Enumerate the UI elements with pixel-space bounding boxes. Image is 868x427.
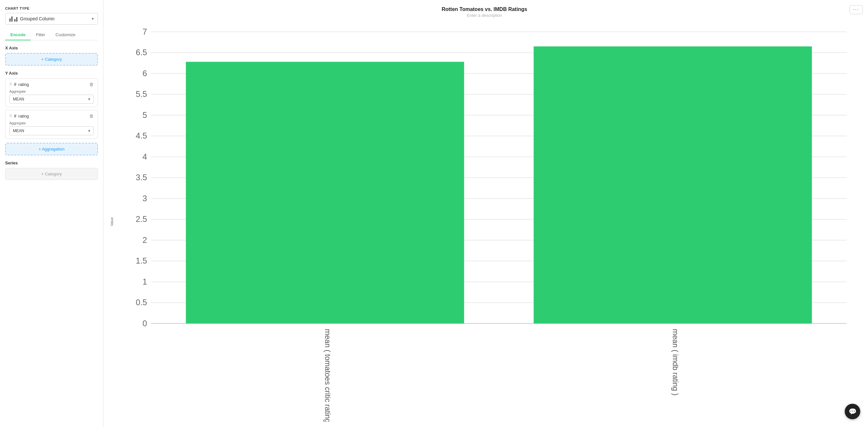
chart-inner: 00.511.522.533.544.555.566.57 mean ( tom…	[114, 22, 860, 422]
right-panel: Rotten Tomatoes vs. IMDB Ratings Enter a…	[103, 0, 868, 427]
delete-field-1-icon[interactable]: 🗑	[89, 82, 94, 87]
aggregate-2-chevron-icon: ▾	[88, 129, 90, 133]
svg-text:0: 0	[143, 319, 147, 328]
chat-button[interactable]: 💬	[845, 404, 860, 419]
chart-type-section: CHART TYPE Grouped Column ▾	[5, 6, 98, 25]
x-axis-label: X Axis	[5, 45, 98, 51]
svg-text:1.5: 1.5	[136, 256, 147, 265]
tab-filter[interactable]: Filter	[31, 30, 51, 40]
series-add-category-button[interactable]: + Category	[5, 168, 98, 180]
chart-header: Rotten Tomatoes vs. IMDB Ratings Enter a…	[108, 6, 860, 18]
chart-title: Rotten Tomatoes vs. IMDB Ratings	[108, 6, 860, 12]
field-2-header: ⠿ # rating 🗑	[9, 113, 94, 119]
aggregate-2-dropdown[interactable]: MEAN ▾	[9, 126, 94, 135]
aggregate-1-chevron-icon: ▾	[88, 97, 90, 101]
y-axis-label: Y Axis	[5, 71, 98, 75]
tab-encode[interactable]: Encode	[5, 30, 31, 40]
svg-text:1: 1	[143, 277, 147, 286]
svg-text:3.5: 3.5	[136, 173, 147, 182]
chevron-down-icon: ▾	[92, 17, 94, 21]
chart-plot-area: 00.511.522.533.544.555.566.57 mean ( tom…	[114, 22, 860, 422]
chat-icon: 💬	[848, 407, 857, 415]
hash-2-icon: #	[14, 113, 17, 119]
drag-handle-2-icon[interactable]: ⠿	[9, 114, 12, 118]
svg-text:2.5: 2.5	[136, 215, 147, 224]
series-section: Series + Category	[5, 161, 98, 180]
y-axis-value-label: Value	[108, 22, 114, 422]
left-panel: CHART TYPE Grouped Column ▾ Encode Filte…	[0, 0, 103, 427]
tab-customize[interactable]: Customize	[51, 30, 81, 40]
svg-rect-31	[186, 62, 464, 323]
field-1-name: rating	[19, 82, 29, 87]
x-axis-add-category-button[interactable]: + Category	[5, 53, 98, 66]
svg-text:6.5: 6.5	[136, 48, 147, 57]
svg-text:mean ( imdb rating ): mean ( imdb rating )	[671, 329, 680, 396]
hash-icon: #	[14, 82, 17, 87]
chart-description[interactable]: Enter a description	[108, 13, 860, 18]
svg-rect-32	[533, 46, 812, 324]
svg-text:6: 6	[143, 69, 147, 78]
field-1-info: ⠿ # rating	[9, 82, 29, 87]
aggregate-1-dropdown[interactable]: MEAN ▾	[9, 95, 94, 104]
chart-type-label: CHART TYPE	[5, 6, 98, 10]
svg-text:0.5: 0.5	[136, 298, 147, 307]
svg-text:5: 5	[143, 110, 147, 120]
series-label: Series	[5, 161, 98, 165]
delete-field-2-icon[interactable]: 🗑	[89, 113, 94, 119]
aggregate-1-label: Aggregate	[9, 90, 94, 93]
chart-type-dropdown[interactable]: Grouped Column ▾	[5, 13, 98, 25]
add-aggregation-button[interactable]: + Aggregation	[5, 143, 98, 155]
y-axis-field-2: ⠿ # rating 🗑 Aggregate MEAN ▾	[5, 110, 98, 139]
x-axis-section: X Axis + Category	[5, 45, 98, 66]
chart-svg: 00.511.522.533.544.555.566.57 mean ( tom…	[114, 22, 860, 422]
aggregate-1-value: MEAN	[13, 97, 24, 101]
svg-text:5.5: 5.5	[136, 90, 147, 99]
chart-options-button[interactable]: ···	[849, 5, 863, 14]
svg-text:4.5: 4.5	[136, 131, 147, 140]
drag-handle-icon[interactable]: ⠿	[9, 83, 12, 87]
svg-text:2: 2	[143, 235, 147, 244]
chart-type-value: Grouped Column	[20, 16, 55, 21]
field-2-name: rating	[19, 114, 29, 119]
svg-text:7: 7	[143, 27, 147, 36]
svg-text:3: 3	[143, 194, 147, 203]
chart-wrapper: Value 00.511.522.533.544.555.566.57 mean…	[108, 19, 860, 422]
svg-text:mean ( tomatoes critic rating : mean ( tomatoes critic rating )	[323, 329, 332, 422]
field-2-info: ⠿ # rating	[9, 113, 29, 119]
aggregate-2-label: Aggregate	[9, 121, 94, 125]
grouped-column-icon	[9, 16, 18, 22]
aggregate-2-value: MEAN	[13, 129, 24, 133]
chart-type-selected: Grouped Column	[9, 16, 55, 22]
y-axis-section: Y Axis ⠿ # rating 🗑 Aggregate MEAN ▾ ⠿	[5, 71, 98, 155]
encode-filter-customize-tabs: Encode Filter Customize	[5, 30, 98, 40]
y-axis-field-1: ⠿ # rating 🗑 Aggregate MEAN ▾	[5, 78, 98, 107]
svg-text:4: 4	[143, 152, 147, 161]
field-1-header: ⠿ # rating 🗑	[9, 82, 94, 87]
